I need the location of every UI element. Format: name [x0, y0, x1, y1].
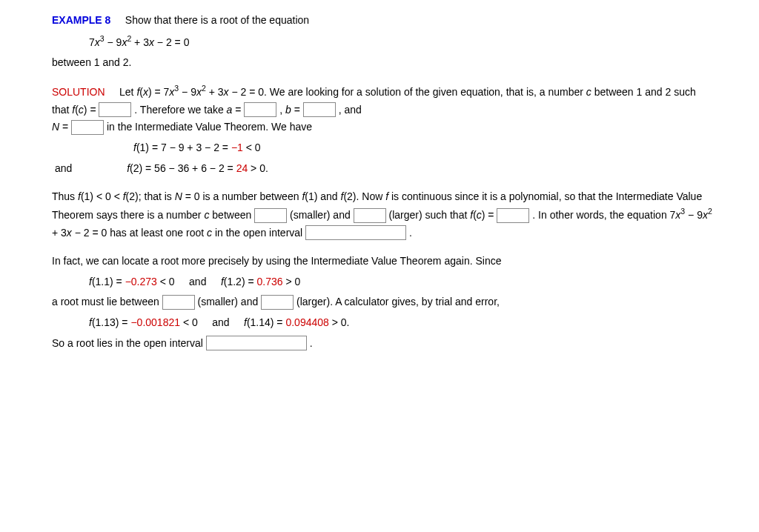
- solution-para1: SOLUTION Let f(x) = 7x3 − 9x2 + 3x − 2 =…: [52, 82, 715, 136]
- input-fc-value[interactable]: [99, 102, 131, 117]
- solution-para3a: In fact, we can locate a root more preci…: [52, 253, 715, 270]
- input-interval1[interactable]: [305, 225, 406, 240]
- input-root-larger[interactable]: [261, 295, 294, 310]
- and-text1: and: [55, 162, 72, 174]
- fc: f: [72, 104, 75, 116]
- input-a-value[interactable]: [244, 102, 276, 117]
- prompt-lead: Show that there is a root of the equatio…: [125, 14, 309, 26]
- var-c: c: [586, 86, 591, 98]
- example-header: EXAMPLE 8 Show that there is a root of t…: [52, 12, 715, 30]
- input-b-value[interactable]: [303, 102, 336, 117]
- equation-main: 7x3 − 9x2 + 3x − 2 = 0: [89, 33, 715, 51]
- var-a: a: [227, 104, 233, 116]
- solution-para3c: So a root lies in the open interval .: [52, 335, 715, 353]
- input-N-value[interactable]: [71, 120, 104, 135]
- calc-f113-f114: f(1.13) = −0.001821 < 0 and f(1.14) = 0.…: [89, 314, 715, 332]
- solution-label: SOLUTION: [52, 86, 105, 98]
- input-fc-value2[interactable]: [497, 208, 529, 223]
- solution-para3b: a root must lie between (smaller) and (l…: [52, 293, 715, 311]
- input-between-larger[interactable]: [354, 208, 386, 223]
- var-b: b: [285, 104, 291, 116]
- f1-result: −1: [231, 142, 243, 153]
- calc-f1: f(1) = 7 − 9 + 3 − 2 = −1 < 0: [133, 139, 715, 157]
- example-label: EXAMPLE 8: [52, 14, 110, 26]
- fx: f: [136, 86, 139, 98]
- between-text: between 1 and 2.: [52, 54, 715, 72]
- input-between-smaller[interactable]: [254, 208, 287, 223]
- input-root-smaller[interactable]: [162, 295, 195, 310]
- solution-para2: Thus f(1) < 0 < f(2); that is N = 0 is a…: [52, 188, 715, 242]
- calc-f11-f12: f(1.1) = −0.273 < 0 and f(1.2) = 0.736 >…: [89, 273, 715, 291]
- calc-f2-row: and f(2) = 56 − 36 + 6 − 2 = 24 > 0.: [52, 160, 715, 178]
- var-N: N: [52, 121, 59, 133]
- f2-result: 24: [236, 162, 248, 174]
- input-interval2[interactable]: [206, 336, 307, 350]
